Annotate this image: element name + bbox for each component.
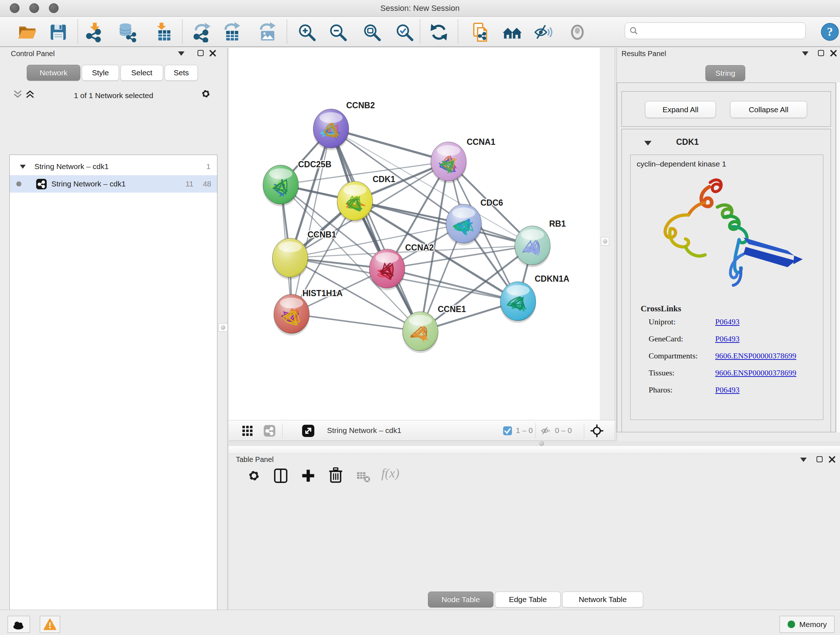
tab-sets[interactable]: Sets: [164, 65, 198, 81]
import-table-icon[interactable]: [153, 22, 173, 42]
zoom-selected-icon[interactable]: [394, 22, 415, 42]
gene-detail-box: cyclin–dependent kinase 1: [630, 155, 823, 420]
crosslink-label: Uniprot:: [649, 317, 676, 326]
search-input[interactable]: [641, 27, 801, 35]
table-panel-menu-icon[interactable]: [800, 458, 807, 462]
crosslink-compartments-link[interactable]: 9606.ENSP00000378699: [715, 351, 796, 361]
table-panel-float-button[interactable]: [816, 456, 823, 462]
function-builder-icon: f(x): [381, 466, 399, 481]
expand-all-button[interactable]: Expand All: [645, 101, 716, 118]
show-columns-icon[interactable]: [272, 467, 289, 485]
tab-edge-table[interactable]: Edge Table: [495, 592, 561, 608]
toolbar-separator: [458, 19, 458, 43]
graph-node-label-CDC25B: CDC25B: [298, 160, 332, 169]
cloud-status-button[interactable]: [8, 616, 30, 633]
fit-content-target-icon[interactable]: [590, 424, 604, 438]
export-network-icon[interactable]: [192, 22, 212, 42]
tab-network-table[interactable]: Network Table: [562, 592, 643, 608]
crosslink-label: GeneCard:: [649, 334, 683, 344]
search-icon: [630, 27, 638, 35]
results-panel-float-button[interactable]: [818, 50, 824, 56]
string-view-icon[interactable]: [264, 424, 276, 437]
crosslink-genecard-link[interactable]: P06493: [715, 334, 739, 344]
network-node-count: 11: [186, 180, 194, 188]
table-panel: Table Panel f(x): [229, 446, 840, 610]
table-panel-close-icon[interactable]: [829, 456, 836, 463]
memory-label: Memory: [799, 620, 827, 629]
toolbar-separator: [420, 19, 420, 43]
control-panel-float-button[interactable]: [197, 50, 204, 56]
share-publication-icon[interactable]: [471, 22, 491, 42]
warning-icon: [43, 618, 57, 631]
results-panel-title: Results Panel: [622, 50, 666, 58]
network-list: String Network – cdk1 1 String Network –…: [9, 155, 218, 635]
collapse-all-button[interactable]: Collapse All: [730, 101, 807, 118]
tab-string[interactable]: String: [706, 65, 745, 81]
left-splitter-collapse-handle[interactable]: [218, 323, 227, 332]
zoom-fit-icon[interactable]: [362, 22, 382, 42]
graph-node-label-CCNE1: CCNE1: [438, 304, 466, 314]
zoom-in-icon[interactable]: [297, 22, 317, 42]
table-panel-top-strip: [229, 446, 840, 454]
help-icon[interactable]: ?: [820, 22, 840, 42]
control-panel-menu-icon[interactable]: [178, 51, 185, 56]
tab-node-table[interactable]: Node Table: [428, 592, 493, 608]
tab-style[interactable]: Style: [82, 65, 119, 81]
network-selection-status: 1 of 1 Network selected: [0, 91, 227, 100]
memory-status-dot: [788, 621, 795, 628]
delete-columns-trash-icon[interactable]: [327, 466, 344, 484]
create-column-plus-icon[interactable]: [300, 467, 317, 485]
network-options-gear-icon[interactable]: [200, 88, 212, 100]
export-image-icon[interactable]: [257, 22, 278, 42]
save-session-icon[interactable]: [48, 22, 68, 42]
results-scrollbar-track[interactable]: [836, 82, 840, 432]
control-panel-close-icon[interactable]: [209, 50, 216, 57]
results-panel-menu-icon[interactable]: [802, 51, 808, 56]
gene-name: CDK1: [676, 137, 699, 147]
open-session-icon[interactable]: [17, 22, 37, 42]
crosslink-uniprot-link[interactable]: P06493: [715, 317, 739, 326]
results-panel-close-icon[interactable]: [830, 50, 837, 57]
network-right-gutter: [600, 48, 615, 420]
home-icon[interactable]: [502, 22, 523, 42]
toolbar-separator: [77, 19, 78, 43]
horizontal-splitter-handle[interactable]: [539, 441, 544, 446]
graph-node-label-CCNA2: CCNA2: [405, 243, 434, 252]
cytoscape-window: Session: New Session: [0, 0, 840, 635]
network-view-toolbar: String Network – cdk1 1 – 0 0 – 0: [229, 420, 615, 441]
horizontal-splitter[interactable]: [229, 441, 840, 446]
selected-counts: 1 – 0: [516, 426, 533, 435]
results-panel: Results Panel String Expand All Collapse…: [617, 48, 840, 441]
crosslink-pharos-link[interactable]: P06493: [715, 385, 739, 394]
tab-select[interactable]: Select: [120, 65, 163, 81]
crosslink-label: Tissues:: [649, 368, 674, 378]
network-collection-row[interactable]: String Network – cdk1 1: [10, 158, 217, 175]
hide-selected-eye-icon[interactable]: [533, 22, 554, 42]
network-status-dot: [16, 181, 21, 187]
refresh-icon[interactable]: [429, 22, 449, 42]
string-network-icon: [36, 179, 47, 190]
hidden-elements-eye-icon: [540, 425, 551, 436]
gene-section-collapse-icon[interactable]: [644, 141, 652, 146]
show-all-eye-icon[interactable]: [567, 22, 587, 42]
grid-view-icon[interactable]: [242, 425, 253, 437]
network-graph[interactable]: CCNB2CCNA1CDC25BCDK1CDC6RB1CCNB1CCNA2CDK…: [229, 48, 600, 420]
export-table-icon[interactable]: [222, 22, 242, 42]
open-in-new-window-icon[interactable]: [302, 424, 315, 437]
import-network-icon[interactable]: [85, 22, 105, 42]
tab-network[interactable]: Network: [27, 65, 80, 81]
import-network-from-database-icon[interactable]: [117, 22, 137, 42]
selected-checkbox-icon[interactable]: [503, 426, 512, 435]
zoom-out-icon[interactable]: [328, 22, 348, 42]
hidden-counts: 0 – 0: [555, 426, 572, 435]
toolbar-separator: [282, 423, 283, 439]
right-splitter-collapse-handle[interactable]: [601, 237, 609, 245]
memory-button[interactable]: Memory: [780, 616, 835, 633]
crosslink-tissues-link[interactable]: 9606.ENSP00000378699: [715, 368, 796, 378]
graph-node-label-CDC6: CDC6: [480, 198, 503, 207]
network-edge-count: 48: [203, 180, 211, 188]
network-row-selected[interactable]: String Network – cdk1 11 48: [10, 175, 217, 193]
table-options-gear-icon[interactable]: [246, 468, 262, 484]
crosslink-label: Pharos:: [649, 385, 673, 394]
warnings-button[interactable]: [40, 616, 60, 633]
